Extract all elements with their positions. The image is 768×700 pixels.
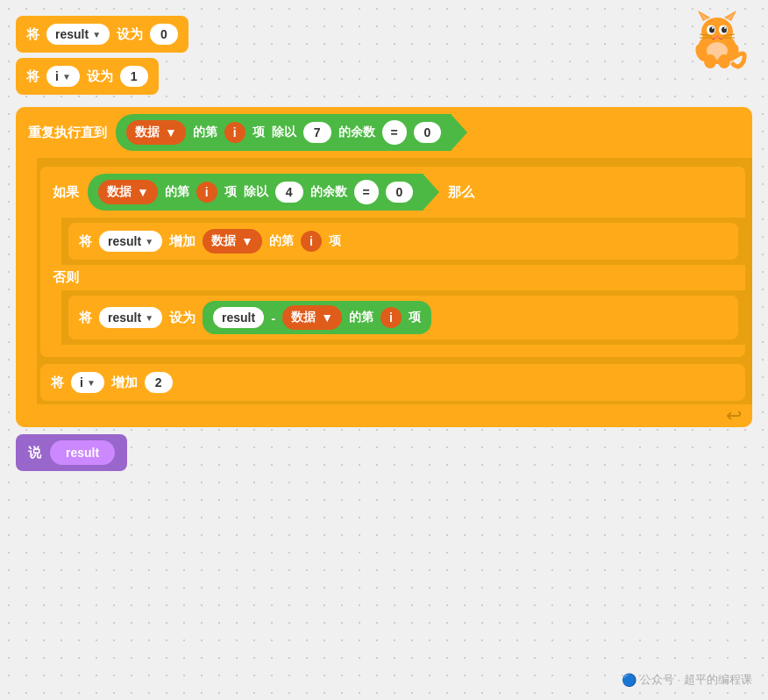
result-var-increase[interactable]: result ▼ [99, 231, 162, 252]
data-dropdown-increase[interactable]: 数据 ▼ [203, 229, 262, 254]
result-val-if[interactable]: 0 [386, 182, 414, 203]
if-body: 将 result ▼ 增加 数据 ▼ 的第 [61, 218, 745, 265]
de-di-repeat: 的第 [193, 125, 217, 140]
result-var-green[interactable]: result [213, 307, 264, 328]
repeat-condition-arrow [452, 115, 467, 150]
jiang-label-2: 将 [26, 68, 39, 85]
remainder-label-repeat: 的余数 [338, 125, 375, 140]
remainder-label-if: 的余数 [310, 184, 347, 200]
repeat-body: 如果 数据 ▼ 的第 i [37, 158, 752, 404]
set-result-block: 将 result ▼ 设为 0 [16, 16, 752, 53]
watermark-text: 公众号 · 超平的编程课 [640, 672, 752, 688]
jiang-label-5: 将 [51, 375, 64, 391]
set-result2-block: 将 result ▼ 设为 result - [68, 296, 738, 339]
div-label-if: 除以 [244, 184, 268, 200]
increase-label: 增加 [169, 233, 196, 250]
de-di-increase: 的第 [269, 233, 294, 249]
say-label: 说 [28, 445, 41, 461]
say-block: 说 result [16, 434, 127, 471]
if-header: 如果 数据 ▼ 的第 i [40, 167, 745, 218]
increase-i-value[interactable]: 2 [145, 372, 173, 393]
item-label-increase: 项 [329, 233, 341, 249]
i-var-result2[interactable]: i [380, 307, 402, 328]
i-var-dropdown-2[interactable]: i ▼ [71, 372, 104, 393]
de-di-if: 的第 [165, 184, 189, 200]
repeat-until-header: 重复执行直到 数据 ▼ 的第 i 项 除以 [16, 107, 752, 158]
increase-i-block: 将 i ▼ 增加 2 [40, 364, 745, 401]
result-var-2[interactable]: result ▼ [99, 307, 162, 328]
data-dropdown-repeat[interactable]: 数据 ▼ [126, 120, 186, 145]
divisor-repeat[interactable]: 7 [303, 122, 331, 143]
equals-repeat: = [382, 120, 407, 145]
minus-label: - [271, 311, 275, 325]
jiang-label-1: 将 [26, 26, 39, 43]
data-dropdown-result2[interactable]: 数据 ▼ [282, 305, 342, 330]
say-result-pill[interactable]: result [50, 440, 115, 465]
item-label-result2: 项 [409, 310, 421, 325]
shezwei-label-1: 设为 [117, 26, 143, 43]
shezwei-label-3: 设为 [169, 310, 196, 326]
increase-result-block: 将 result ▼ 增加 数据 ▼ 的第 [68, 223, 738, 260]
then-label: 那么 [448, 184, 474, 201]
i-var-if[interactable]: i [196, 182, 217, 203]
else-section: 否则 [40, 265, 745, 290]
set-i-block: 将 i ▼ 设为 1 [16, 58, 752, 95]
item-label-repeat: 项 [252, 125, 265, 140]
item-label-if: 项 [224, 184, 237, 200]
watermark: 🔵 公众号 · 超平的编程课 [622, 672, 752, 688]
data-dropdown-if[interactable]: 数据 ▼ [98, 180, 158, 204]
i-var-dropdown-1[interactable]: i ▼ [46, 66, 80, 87]
i-value[interactable]: 1 [120, 66, 148, 87]
repeat-label: 重复执行直到 [28, 125, 107, 141]
jiang-label-4: 将 [79, 310, 92, 326]
jiang-label-3: 将 [79, 233, 92, 250]
increase-label-i: 增加 [111, 375, 138, 391]
else-label: 否则 [53, 269, 79, 284]
equals-if: = [354, 180, 379, 204]
if-condition-arrow [423, 175, 439, 210]
return-arrow-icon: ↩ [726, 404, 742, 427]
divisor-if[interactable]: 4 [275, 182, 303, 203]
i-var-repeat[interactable]: i [224, 122, 245, 143]
watermark-icon: 🔵 [622, 673, 636, 687]
say-block-row: 说 result [16, 434, 752, 471]
repeat-footer: ↩ [16, 404, 752, 427]
repeat-until-container: 重复执行直到 数据 ▼ 的第 i 项 除以 [16, 107, 752, 427]
div-label-repeat: 除以 [272, 125, 296, 140]
increase-i-row: 将 i ▼ 增加 2 [37, 361, 752, 404]
i-var-increase[interactable]: i [301, 231, 322, 252]
else-body: 将 result ▼ 设为 result - [61, 290, 745, 345]
result-var-1[interactable]: result ▼ [46, 24, 110, 45]
result-value-1[interactable]: 0 [150, 24, 178, 45]
if-footer [40, 345, 745, 357]
de-di-result2: 的第 [349, 310, 373, 325]
result-val-repeat[interactable]: 0 [414, 122, 442, 143]
shezwei-label-2: 设为 [87, 68, 113, 85]
if-container: 如果 数据 ▼ 的第 i [40, 167, 745, 357]
if-label: 如果 [53, 184, 79, 201]
